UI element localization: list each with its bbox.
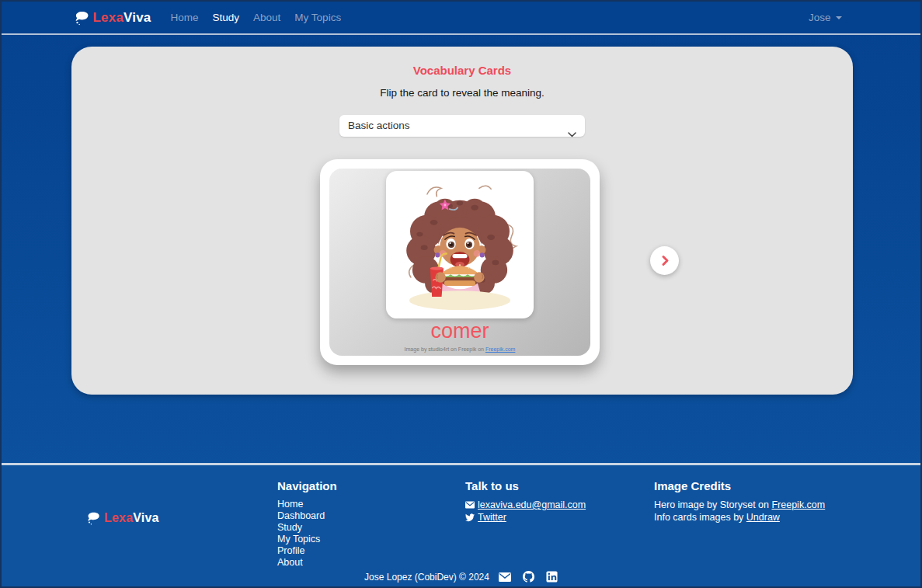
github-icon[interactable]	[523, 571, 534, 583]
footer-link-profile[interactable]: Profile	[277, 545, 465, 557]
footer-credits-column: Image Credits Hero image by Storyset on …	[654, 476, 897, 569]
footer-credits-heading: Image Credits	[654, 479, 897, 492]
envelope-icon	[465, 501, 475, 509]
page-title: Vocabulary Cards	[71, 47, 853, 77]
user-dropdown[interactable]: Jose	[809, 12, 842, 23]
next-card-button[interactable]	[650, 246, 679, 275]
footer-twitter-label: Twitter	[478, 511, 506, 524]
flashcard-front: comer Image by studio4rt on Freepik on F…	[329, 169, 590, 356]
footer: LexaViva Navigation Home Dashboard Study…	[2, 463, 920, 586]
nav-item-my-topics[interactable]: My Topics	[287, 9, 348, 26]
topic-select[interactable]: Basic actions	[339, 115, 585, 137]
chevron-down-icon	[568, 124, 576, 145]
footer-twitter-link[interactable]: Twitter	[465, 511, 654, 524]
footer-link-dashboard[interactable]: Dashboard	[277, 510, 465, 522]
attribution-link[interactable]: Freepik.com	[485, 346, 516, 352]
envelope-icon[interactable]	[499, 572, 511, 582]
footer-link-my-topics[interactable]: My Topics	[277, 534, 465, 545]
linkedin-icon[interactable]	[546, 571, 558, 583]
footer-navigation-column: Navigation Home Dashboard Study My Topic…	[277, 476, 465, 569]
page-subtitle: Flip the card to reveal the meaning.	[71, 87, 853, 99]
footer-email-label: lexaviva.edu@gmail.com	[478, 499, 586, 511]
footer-email-link[interactable]: lexaviva.edu@gmail.com	[465, 499, 654, 511]
app-window: LexaViva Home Study About My Topics Jose…	[0, 0, 922, 588]
user-dropdown-label: Jose	[809, 12, 831, 23]
undraw-link[interactable]: Undraw	[746, 512, 780, 523]
flashcard-illustration	[393, 178, 527, 311]
nav-item-study[interactable]: Study	[206, 9, 247, 26]
footer-bottom-bar: Jose Lopez (CobiDev) © 2024	[2, 571, 920, 583]
image-attribution: Image by studio4rt on Freepik on Freepik…	[405, 346, 516, 352]
topic-select-value: Basic actions	[348, 120, 410, 131]
vocabulary-panel: Vocabulary Cards Flip the card to reveal…	[71, 47, 853, 395]
nav-links: Home Study About My Topics	[164, 9, 349, 26]
footer-navigation-heading: Navigation	[277, 479, 465, 492]
chevron-right-icon	[659, 254, 671, 267]
twitter-icon	[465, 513, 475, 522]
footer-link-home[interactable]: Home	[277, 499, 465, 510]
nav-item-about[interactable]: About	[246, 9, 287, 26]
brand-name: LexaViva	[93, 10, 151, 26]
caret-down-icon	[836, 16, 842, 19]
credit-line-cards: Info cards images by Undraw	[654, 511, 897, 524]
footer-contact-column: Talk to us lexaviva.edu@gmail.com Twitte…	[465, 476, 654, 569]
whale-bubble-icon	[73, 9, 90, 26]
vocabulary-word: comer	[430, 319, 489, 343]
footer-brand-name: LexaViva	[104, 511, 159, 525]
copyright-text: Jose Lopez (CobiDev) © 2024	[364, 572, 489, 583]
footer-link-study[interactable]: Study	[277, 522, 465, 534]
freepik-link[interactable]: Freepik.com	[771, 499, 825, 510]
attribution-text: Image by studio4rt on Freepik on	[405, 346, 485, 352]
brand-logo[interactable]: LexaViva	[73, 9, 151, 26]
footer-link-about[interactable]: About	[277, 557, 465, 569]
flashcard[interactable]: comer Image by studio4rt on Freepik on F…	[320, 159, 600, 365]
flashcard-image-frame	[386, 171, 534, 318]
footer-brand-logo[interactable]: LexaViva	[85, 510, 277, 526]
credit-line-hero: Hero image by Storyset on Freepik.com	[654, 499, 897, 511]
nav-item-home[interactable]: Home	[164, 9, 206, 26]
top-navbar: LexaViva Home Study About My Topics Jose	[2, 2, 920, 35]
footer-contact-heading: Talk to us	[465, 479, 654, 492]
whale-bubble-icon	[85, 510, 101, 526]
